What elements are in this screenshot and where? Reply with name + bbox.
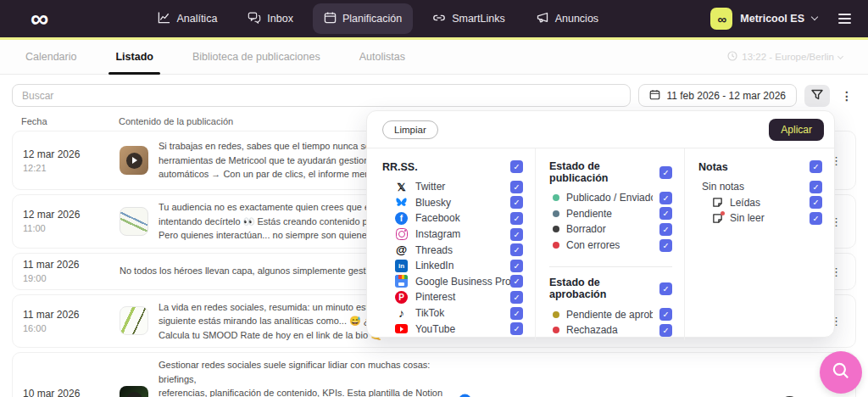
section-title: Estado de aprobación [549, 277, 659, 300]
checkbox-networks-all[interactable]: ✓ [510, 160, 523, 173]
date-range-button[interactable]: 11 feb 2026 - 12 mar 2026 [638, 84, 797, 107]
youtube-icon [395, 324, 408, 333]
section-title: Estado de publicación [549, 160, 659, 184]
time-value: 12:21 [23, 163, 120, 173]
help-widget-button[interactable] [820, 351, 862, 394]
post-thumbnail[interactable] [120, 306, 148, 335]
checkbox-twitter[interactable]: ✓ [510, 181, 523, 193]
filter-item-sin-leer: Sin leer ✓ [698, 210, 834, 226]
post-thumbnail[interactable] [120, 207, 148, 236]
filter-item-con-errores: Con errores ✓ [549, 238, 684, 254]
tab-biblioteca[interactable]: Biblioteca de publicaciones [192, 40, 320, 74]
nav-item-analitica[interactable]: Analítica [147, 3, 228, 34]
nav-item-smartlinks[interactable]: SmartLinks [421, 5, 516, 33]
eye-icon[interactable] [782, 393, 797, 397]
calendar-icon [324, 11, 337, 26]
search-input[interactable] [12, 84, 631, 107]
navbar-right: ∞ Metricool ES [710, 8, 851, 30]
nav-label: SmartLinks [452, 13, 505, 25]
apply-filters-button[interactable]: Aplicar [769, 119, 824, 141]
nav-label: Planificación [342, 13, 402, 25]
play-icon [120, 386, 148, 397]
checkbox-publicado[interactable]: ✓ [659, 192, 672, 204]
time-value: 19:00 [23, 273, 120, 283]
checkbox-tiktok[interactable]: ✓ [510, 307, 523, 320]
tiktok-icon: ♪ [394, 306, 409, 320]
filter-popup-body: RR.SS. ✓ 𝕏 Twitter ✓ Bluesky ✓ f Faceboo… [367, 148, 834, 340]
checkbox-google-business[interactable]: ✓ [510, 275, 523, 288]
row-date: 10 mar 2026 12:00 [23, 388, 120, 397]
funnel-icon [811, 89, 823, 103]
row-date: 11 mar 2026 19:00 [23, 259, 120, 283]
checkbox-facebook[interactable]: ✓ [510, 212, 523, 225]
nav-label: Anuncios [555, 13, 598, 25]
checkbox-threads[interactable]: ✓ [510, 243, 523, 256]
tab-calendario[interactable]: Calendario [25, 40, 76, 74]
timezone-selector[interactable]: 13:22 - Europe/Berlin [727, 51, 843, 63]
status-dot [553, 242, 559, 249]
filter-item-tiktok: ♪ TikTok ✓ [382, 305, 535, 322]
divider [549, 266, 672, 267]
analytics-icon [158, 11, 170, 26]
link-icon [432, 13, 446, 25]
post-thumbnail[interactable] [120, 146, 148, 175]
checkbox-linkedin[interactable]: ✓ [510, 260, 523, 272]
inbox-icon [248, 11, 261, 26]
checkbox-youtube[interactable]: ✓ [510, 322, 523, 335]
date-value: 11 mar 2026 [23, 309, 120, 321]
date-value: 10 mar 2026 [23, 388, 120, 397]
clear-filters-button[interactable]: Limpiar [382, 120, 438, 139]
date-range-label: 11 feb 2026 - 12 mar 2026 [666, 90, 786, 102]
checkbox-pendiente-aprobacion[interactable]: ✓ [659, 308, 672, 321]
chevron-down-icon [837, 53, 843, 59]
checkbox-pendiente[interactable]: ✓ [659, 207, 672, 220]
checkbox-bluesky[interactable]: ✓ [510, 196, 523, 209]
chevron-down-icon[interactable] [811, 14, 818, 20]
checkbox-instagram[interactable]: ✓ [510, 228, 523, 241]
checkbox-sin-leer[interactable]: ✓ [810, 212, 822, 225]
checkbox-status-all[interactable]: ✓ [659, 166, 672, 179]
toolbar-kebab-menu[interactable]: ⋮ [837, 89, 856, 103]
status-dot [553, 210, 559, 217]
checkbox-approval-all[interactable]: ✓ [659, 282, 672, 295]
section-title: Notas [698, 161, 810, 173]
tab-listado[interactable]: Listado [115, 40, 153, 74]
section-tabs: Calendario Listado Biblioteca de publica… [0, 40, 868, 75]
filter-item-rechazada: Rechazada ✓ [549, 322, 684, 338]
account-name[interactable]: Metricool ES [740, 13, 804, 25]
magnifier-icon [831, 361, 851, 384]
tab-autolistas[interactable]: Autolistas [359, 40, 405, 74]
table-row[interactable]: 10 mar 2026 12:00 Gestionar redes social… [12, 352, 856, 397]
status-dot [553, 226, 559, 232]
nav-item-planificacion[interactable]: Planificación [313, 3, 413, 34]
checkbox-sin-notas[interactable]: ✓ [810, 181, 822, 193]
checkbox-con-errores[interactable]: ✓ [659, 239, 672, 252]
checkbox-rechazada[interactable]: ✓ [659, 324, 672, 337]
brand-avatar[interactable]: ∞ [710, 8, 732, 30]
nav-label: Analítica [176, 13, 217, 25]
row-kebab-menu[interactable]: ⋮ [831, 394, 842, 397]
checkbox-borrador[interactable]: ✓ [659, 223, 672, 236]
metricool-logo-icon[interactable]: ∞ [31, 3, 47, 35]
filter-item-google-business: Google Business Profile ✓ [382, 274, 535, 290]
section-title: RR.SS. [382, 161, 510, 173]
nav-label: Inbox [267, 13, 293, 25]
filter-item-facebook: f Facebook ✓ [382, 210, 535, 226]
filter-button[interactable] [804, 85, 830, 107]
timezone-label: 13:22 - Europe/Berlin [742, 52, 834, 62]
filter-popup: Limpiar Aplicar RR.SS. ✓ 𝕏 Twitter ✓ Blu… [366, 110, 835, 338]
nav-item-anuncios[interactable]: Anuncios [525, 4, 609, 34]
post-content: Gestionar redes sociales suele significa… [159, 358, 455, 397]
filter-item-pendiente-aprobacion: Pendiente de aprobación ✓ [549, 306, 684, 322]
nav-item-inbox[interactable]: Inbox [236, 3, 304, 34]
filter-popup-header: Limpiar Aplicar [367, 111, 834, 148]
facebook-icon: f [459, 394, 471, 397]
post-thumbnail[interactable] [120, 386, 148, 397]
filter-item-pinterest: P Pinterest ✓ [382, 289, 535, 305]
checkbox-notes-all[interactable]: ✓ [810, 160, 822, 173]
filter-item-linkedin: in LinkedIn ✓ [382, 258, 535, 274]
hamburger-menu-icon[interactable] [838, 14, 851, 24]
checkbox-pinterest[interactable]: ✓ [510, 291, 523, 304]
checkbox-leidas[interactable]: ✓ [810, 196, 822, 209]
threads-icon: @ [394, 243, 409, 256]
